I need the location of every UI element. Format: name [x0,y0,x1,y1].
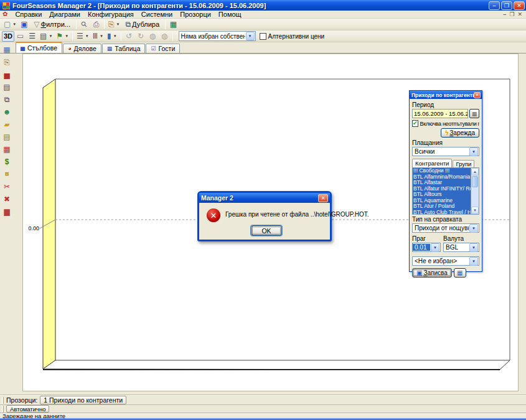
guest-stats-icon[interactable]: ▆ [1,205,13,218]
menu-app-icon: ✿ [2,11,7,18]
error-dialog-titlebar[interactable]: Manager 2 ✕ [199,193,330,203]
separator [172,32,173,41]
guests-icon[interactable]: ☻ [1,106,13,118]
menu-prozorci[interactable]: Прозорци [176,11,215,18]
restore-icon[interactable]: ❐ [501,1,512,10]
tile-windows-icon[interactable]: ▦ [1,44,13,56]
calculator-icon[interactable]: ▤ [1,81,13,93]
chevron-down-icon[interactable]: ▼ [469,224,478,233]
close-icon[interactable]: ✕ [514,1,525,10]
report-panel-titlebar[interactable]: Приходи по контрагенти ✕ [410,91,482,99]
automatic-button[interactable]: Автоматично [6,405,49,413]
minimize-icon[interactable]: – [489,1,500,10]
toolbar-grip[interactable] [2,397,4,404]
print-preview-button[interactable]: ⚲ [78,19,90,30]
export-excel-button[interactable]: ▦ [167,19,179,30]
report-type-label: Тип на справката [412,216,479,223]
dialog-close-icon[interactable]: ✕ [318,194,328,202]
cut-icon[interactable]: ✂ [1,180,13,193]
3d-toggle-button[interactable]: 3D [2,31,14,42]
mdi-close-icon[interactable]: ✕ [517,11,522,18]
payments-icon[interactable]: $ [1,156,13,168]
flag-icon: ⚑ [56,32,63,41]
alt-prices-checkbox[interactable] [260,33,266,40]
zoom-in-button[interactable]: ◍ [159,31,171,42]
cards-icon[interactable]: ▤ [1,131,13,143]
table-icon: ▦ [107,45,113,52]
tab-shares[interactable]: ◕ Дялове [63,44,101,53]
bar-chart-icon: ▅ [21,45,25,51]
folder-icon[interactable]: ▰ [1,118,13,131]
vertical-grid-button[interactable]: Ⅲ ▼ [91,31,105,42]
table-view-button[interactable]: ▦ [454,268,466,278]
money-icon[interactable]: ¤ [1,168,13,180]
shape-icon: ▭ [17,32,24,41]
calendar-icon: ▦ [472,111,477,117]
window-toggle-button[interactable]: 1 Приходи по контрагенти [40,396,126,404]
new-button[interactable]: ▢ ▼ [2,19,18,30]
chevron-down-icon[interactable]: ▼ [469,257,478,266]
panel-close-icon[interactable]: ✕ [474,92,481,98]
labels-icon: ☰ [29,32,35,41]
mdi-minimize-icon[interactable]: – [503,11,506,18]
calendar-button[interactable]: ▦ [469,109,479,118]
payments-select[interactable]: Всички ▼ [412,147,479,156]
legend-button[interactable]: ▤ ▼ [38,31,54,42]
ok-button[interactable]: OK [251,225,282,236]
list-item[interactable]: BTL Auto Club Travel / Hunga [413,210,471,215]
tab-contractors[interactable]: Контрагенти [412,159,452,167]
load-button[interactable]: ϟ Зарежда [441,128,479,138]
menu-sistemni[interactable]: Системни [138,11,176,18]
print-button[interactable]: ⎙ [90,19,102,30]
horizontal-grid-button[interactable]: ☰ ▼ [75,31,91,42]
tab-groups[interactable]: Групи [453,160,474,167]
zoom-out-button[interactable]: ◍ [147,31,159,42]
currency-label: Валута [443,235,479,242]
void-icon[interactable]: ✖ [1,193,13,205]
threshold-combo[interactable]: 0.01 ▼ [412,243,441,252]
rotate-left-button[interactable]: ↺ [123,31,135,42]
chart-report-icon[interactable]: ▅ [1,68,13,81]
rotate-right-button[interactable]: ↻ [135,31,147,42]
list-scrollbar[interactable]: ▲ ▼ [471,168,479,214]
period-field[interactable]: 15.06.2009 - 15.06.2009 [412,109,468,118]
currency-select[interactable]: BGL ▼ [443,243,479,252]
menubar: ✿ Справки Диаграми Конфигурация Системни… [0,11,526,19]
chevron-down-icon[interactable]: ▼ [246,32,255,40]
threshold-value: 0.01 [413,244,430,251]
export-report-icon[interactable]: ⎘ [1,56,13,68]
include-guests-checkbox[interactable]: ✔ [412,120,418,127]
menu-pomosht[interactable]: Помощ [215,11,245,18]
chevron-down-icon[interactable]: ▼ [469,147,478,156]
rooms-grid-icon[interactable]: ▦ [1,143,13,156]
labels-button[interactable]: ☰ [26,31,38,42]
toolbar-grip[interactable] [2,406,4,413]
tab-table[interactable]: ▦ Таблица [102,44,146,53]
owner-select[interactable]: Няма избран собственици ▼ [179,31,256,41]
menu-spravki[interactable]: Справки [11,11,45,18]
filters-button[interactable]: ▽ Филтри... [30,19,74,30]
scroll-down-icon[interactable]: ▼ [471,207,479,214]
marks-button[interactable]: ⚑ ▼ [54,31,70,42]
mdi-restore-icon[interactable]: ❐ [509,11,514,18]
tab-guests[interactable]: ☑ Гости [146,44,180,53]
app-icon [2,2,10,9]
chevron-down-icon[interactable]: ▼ [469,243,478,252]
alt-prices-label: Алтернативни цени [268,33,325,40]
scroll-thumb[interactable] [472,176,478,187]
save-button[interactable]: ▣ [18,19,30,30]
copy-button[interactable]: ⎘ ▼ [106,19,122,30]
menu-konfiguracia[interactable]: Конфигурация [84,11,138,18]
payments-select-value: Всички [413,148,469,155]
extra-select[interactable]: <Не е избран> ▼ [412,256,479,266]
copy-window-icon[interactable]: ⧉ [1,93,13,106]
tab-columns[interactable]: ▅ Стълбове [16,42,62,53]
menu-diagrami[interactable]: Диаграми [45,11,84,18]
save-report-button[interactable]: ▣ Записва [412,268,452,278]
shape-tool-button[interactable]: ▭ [14,31,26,42]
scroll-up-icon[interactable]: ▲ [471,168,479,175]
chevron-down-icon[interactable]: ▼ [431,243,439,252]
bar-style-button[interactable]: ▮ ▼ [105,31,119,42]
duplicate-button[interactable]: ⧉ Дублира [122,19,164,30]
report-type-select[interactable]: Приходи от нощувки ▼ [412,223,479,233]
